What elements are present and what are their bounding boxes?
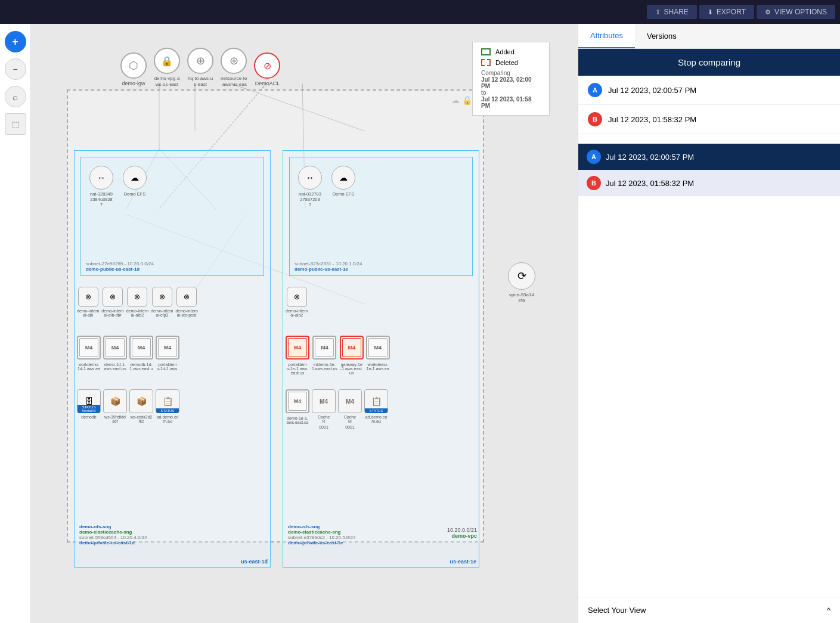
vpg-icon-node: 🔒 demo-vpg-aws-us-east bbox=[154, 48, 180, 87]
main-layout: + − ⌕ ⬚ bbox=[0, 24, 840, 623]
acl-icon-node: ⊘ DemoACL bbox=[254, 52, 280, 87]
legend-added: Added bbox=[481, 48, 541, 55]
version-a-date: Jul 12 2023, 02:00:57 PM bbox=[608, 86, 696, 95]
version-b-item[interactable]: B Jul 12 2023, 01:58:32 PM bbox=[578, 105, 840, 134]
bottom-bar: Select Your View ^ bbox=[578, 597, 840, 623]
export-button[interactable]: ⬇ EXPORT bbox=[699, 5, 754, 19]
ec2-demodb-1d: M4 demodb-1d-1.aws.east.u bbox=[129, 336, 153, 371]
select-view-label: Select Your View bbox=[588, 606, 646, 615]
netsource-icon-node: ⊕ netsource-to-aws-us-eas bbox=[221, 48, 247, 87]
ec2-m4-3: M4 bbox=[129, 336, 153, 359]
settings-icon: ⚙ bbox=[765, 8, 771, 16]
vpg-label: demo-vpg-aws-us-east bbox=[154, 76, 180, 87]
igw-icon: ⬡ bbox=[120, 52, 147, 79]
acl-icon: ⊘ bbox=[254, 52, 280, 79]
vpc-labels: 10.20.0.0/21 demo-vpc bbox=[447, 527, 477, 539]
version-a-item[interactable]: A Jul 12 2023, 02:00:57 PM bbox=[578, 76, 840, 105]
added-indicator bbox=[481, 48, 491, 55]
hq-icon-node: ⊕ hq-to-aws-us-east bbox=[187, 48, 213, 87]
frame-button[interactable]: ⬚ bbox=[5, 113, 26, 135]
vpc-box: ↔ nat-3283492384u38287 ☁ Demo EFS bbox=[67, 89, 484, 543]
top-icons-row: ⬡ demo-igw 🔒 demo-vpg-aws-us-east ⊕ hq-t… bbox=[120, 48, 280, 87]
version-b-badge: B bbox=[588, 112, 602, 126]
comparing-section-b: B Jul 12 2023, 01:58:32 PM bbox=[578, 170, 840, 196]
vpce-circle: ⟳ bbox=[508, 262, 535, 290]
version-list: A Jul 12 2023, 02:00:57 PM B Jul 12 2023… bbox=[578, 76, 840, 134]
nat-1d-label: nat-3283492384u38287 bbox=[90, 191, 113, 207]
zone-1d: ↔ nat-3283492384u38287 ☁ Demo EFS bbox=[74, 150, 271, 568]
panel-tabs: Attributes Versions bbox=[578, 24, 840, 49]
tab-attributes[interactable]: Attributes bbox=[578, 24, 635, 48]
zone-1e: ↔ nat-032783278372037 ☁ Demo EFS subnet-… bbox=[283, 150, 479, 568]
public-icons-1e: ↔ nat-032783278372037 ☁ Demo EFS bbox=[290, 157, 472, 207]
search-button[interactable]: ⌕ bbox=[5, 86, 26, 107]
acl-label: DemoACL bbox=[255, 80, 280, 87]
share-button[interactable]: ⇪ SHARE bbox=[647, 5, 697, 19]
ec2-m4-portal: M4 bbox=[286, 336, 309, 359]
deleted-indicator bbox=[481, 59, 491, 66]
nat-icon: ↔ bbox=[89, 166, 113, 190]
diagram-container: ⬡ demo-igw 🔒 demo-vpg-aws-us-east ⊕ hq-t… bbox=[67, 36, 568, 566]
hq-label: hq-to-aws-us-east bbox=[188, 76, 213, 87]
zoom-in-button[interactable]: + bbox=[5, 31, 26, 52]
left-toolbar: + − ⌕ ⬚ bbox=[0, 24, 31, 623]
efs-1d-icon: ☁ Demo EFS bbox=[123, 166, 147, 207]
public-subnet-1d-labels: subnet-27e88289 - 10.20.0.0/24 demo-publ… bbox=[86, 261, 154, 272]
ad-1d-icon: 📋 STATUS ad.demo.com.au bbox=[156, 389, 179, 423]
public-subnet-1e-labels: subnet-623c2831 - 10.20.1.0/24 demo-publ… bbox=[295, 261, 362, 272]
search-icon: ⌕ bbox=[13, 92, 18, 102]
int-atb2-icon: ⊗ demo-internal-atb2 bbox=[126, 287, 148, 317]
ec2-row-1d: M4 workdemo-1d-1.aws.ea M4 demo-1d-1.aws… bbox=[77, 336, 179, 371]
view-options-button[interactable]: ⚙ VIEW OPTIONS bbox=[757, 5, 835, 19]
ec2-workdemo-1e: M4 workdemo-1e-1.aws.ea bbox=[366, 336, 390, 375]
public-subnet-1e: ↔ nat-032783278372037 ☁ Demo EFS subnet-… bbox=[289, 157, 473, 276]
ec2-portal-1d: M4 portaldemo-1d-1.aws. bbox=[156, 336, 179, 371]
ad-1e-icon: 📋 STATUS ad.demo.com.au bbox=[364, 389, 388, 429]
ec2-m4-int: M4 bbox=[312, 336, 336, 359]
diagram-wrapper: ⬡ demo-igw 🔒 demo-vpg-aws-us-east ⊕ hq-t… bbox=[67, 36, 568, 566]
netsource-label: netsource-to-aws-us-eas bbox=[221, 76, 247, 87]
zoom-out-button[interactable]: − bbox=[5, 58, 26, 80]
zone-1e-label: us-east-1e bbox=[450, 559, 476, 565]
ec2-m4-4: M4 bbox=[156, 336, 179, 359]
public-icons-1d: ↔ nat-3283492384u38287 ☁ Demo EFS bbox=[81, 157, 264, 207]
frame-icon: ⬚ bbox=[12, 120, 19, 129]
int-alb-icon: ⊗ demo-internal-alb bbox=[77, 287, 99, 317]
ec2-m4-work: M4 bbox=[366, 336, 390, 359]
export-icon: ⬇ bbox=[708, 8, 713, 16]
top-bar: ⇪ SHARE ⬇ EXPORT ⚙ VIEW OPTIONS bbox=[0, 0, 840, 24]
nat-1e-icon: ↔ nat-032783278372037 bbox=[298, 166, 322, 207]
demodb-icon: 🗄 STATUSMariaDB demodb bbox=[77, 389, 101, 423]
comparing-text: Comparing Jul 12 2023, 02:00 PM to Jul 1… bbox=[481, 70, 541, 109]
comparing-section-a: A Jul 12 2023, 02:00:57 PM bbox=[578, 144, 840, 170]
int-alb-1e: ⊗ demo-internal-alb2 bbox=[286, 287, 308, 317]
legend-box: Added Deleted Comparing Jul 12 2023, 02:… bbox=[472, 42, 550, 116]
int-elb-icon: ⊗ demo-internal-elb-dbr bbox=[101, 287, 123, 317]
share-icon: ⇪ bbox=[655, 8, 661, 16]
nat-1d-icon: ↔ nat-3283492384u38287 bbox=[89, 166, 113, 207]
tab-versions[interactable]: Versions bbox=[635, 24, 689, 48]
cache-m-icon: M4 CacheM 0001 bbox=[338, 389, 362, 429]
comparing-b-badge: B bbox=[587, 176, 601, 190]
ec2-m4-2: M4 bbox=[103, 336, 127, 359]
internal-lbs-1d: ⊗ demo-internal-alb ⊗ demo-internal-elb-… bbox=[77, 287, 198, 317]
efs-1d-label: Demo EFS bbox=[124, 191, 146, 197]
ec2-demo-1d: M4 demo-1d-1.aws.east.us bbox=[103, 336, 127, 371]
stop-comparing-button[interactable]: Stop comparing bbox=[578, 49, 840, 76]
efs-icon: ☁ bbox=[123, 166, 147, 190]
private-subnet-1e-labels: demo-rds-sng demo-elasticcache-sng subne… bbox=[288, 524, 355, 545]
int-cfp3-icon: ⊗ demo-internal-cfp3 bbox=[151, 287, 173, 317]
ec2-portal-1e: M4 portaldemo-1e-1.aws.east.us bbox=[286, 336, 309, 375]
vpce-icon: ⟳ vpce-93a14efa bbox=[508, 262, 535, 303]
ec2-int-1e: M4 intdemo-1e-1.aws.east.us bbox=[312, 336, 337, 375]
db-row-1e: M4 demo-1e-1.aws.east.us M4 CacheR 0001 … bbox=[286, 389, 388, 429]
canvas-area[interactable]: ⬡ demo-igw 🔒 demo-vpg-aws-us-east ⊕ hq-t… bbox=[31, 24, 578, 623]
private-subnet-1d-labels: demo-rds-sng demo-elasticcache-sng subne… bbox=[79, 524, 147, 545]
int-sto-icon: ⊗ demo-internal-sto-post bbox=[175, 287, 197, 317]
vpce-label: vpce-93a14efa bbox=[509, 292, 534, 303]
igw-icon-node: ⬡ demo-igw bbox=[120, 52, 147, 87]
demo1e-icon: M4 demo-1e-1.aws.east.us bbox=[286, 389, 309, 429]
ec2-m4-gateway: M4 bbox=[340, 336, 364, 359]
version-b-date: Jul 12 2023, 01:58:32 PM bbox=[608, 115, 696, 124]
public-subnet-1d: ↔ nat-3283492384u38287 ☁ Demo EFS bbox=[80, 157, 264, 276]
